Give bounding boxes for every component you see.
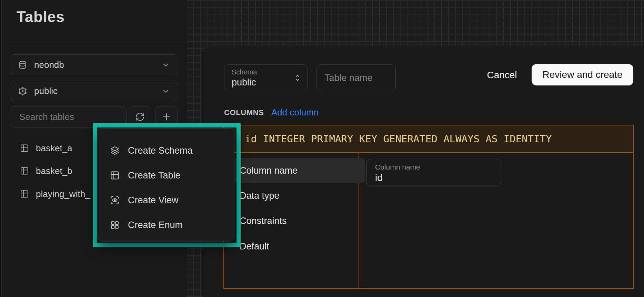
menu-item-create-view[interactable]: Create View <box>98 188 234 213</box>
view-icon <box>110 195 120 205</box>
app-window: Tables neondb <box>0 0 644 297</box>
menu-item-label: Create Enum <box>128 220 183 231</box>
table-icon <box>20 144 29 153</box>
table-icon <box>110 171 120 180</box>
layers-icon <box>110 146 120 155</box>
table-row-label: basket_a <box>36 143 72 154</box>
table-name-input[interactable] <box>316 64 396 91</box>
sidebar-divider <box>3 43 187 43</box>
tab-default[interactable]: Default <box>228 234 365 259</box>
review-and-create-button[interactable]: Review and create <box>532 64 633 85</box>
column-name-field: Column name <box>366 159 501 186</box>
tab-label: Constraints <box>240 216 287 226</box>
chevron-up-down-icon <box>293 73 302 84</box>
chevron-down-icon <box>161 60 170 69</box>
columns-heading: COLUMNS <box>224 108 264 117</box>
schema-icon <box>18 86 27 96</box>
refresh-icon <box>135 112 145 122</box>
database-icon <box>18 60 27 70</box>
column-name-field-label: Column name <box>375 163 420 171</box>
refresh-button[interactable] <box>129 106 151 127</box>
schema-select-field[interactable]: Schema public <box>224 64 308 91</box>
tab-column-name[interactable]: Column name <box>228 158 365 183</box>
tab-label: Default <box>240 241 269 252</box>
schema-select-sidebar[interactable]: public <box>10 81 178 101</box>
create-new-button[interactable] <box>155 106 178 127</box>
tab-constraints[interactable]: Constraints <box>228 208 365 233</box>
menu-item-create-schema[interactable]: Create Schema <box>98 138 234 163</box>
tab-label: Column name <box>240 165 298 176</box>
database-select[interactable]: neondb <box>10 54 178 75</box>
menu-item-label: Create Table <box>128 170 181 181</box>
menu-item-label: Create Schema <box>128 145 193 156</box>
column-editor: id INTEGER PRIMARY KEY GENERATED ALWAYS … <box>223 125 634 289</box>
table-icon <box>20 190 29 198</box>
table-row-label: playing_with_ <box>36 189 90 199</box>
schema-field-value: public <box>232 77 256 88</box>
add-column-link[interactable]: Add column <box>271 107 319 118</box>
menu-item-create-table[interactable]: Create Table <box>98 163 234 188</box>
window-left-edge <box>0 0 2 297</box>
tab-label: Data type <box>240 191 280 201</box>
column-name-input[interactable] <box>375 172 489 183</box>
chevron-down-icon <box>161 86 170 95</box>
enum-icon <box>110 220 120 230</box>
schema-select-value: public <box>34 86 58 96</box>
tab-data-type[interactable]: Data type <box>228 183 365 208</box>
schema-field-label: Schema <box>232 68 257 76</box>
database-select-value: neondb <box>34 60 64 70</box>
menu-item-create-enum[interactable]: Create Enum <box>98 213 234 237</box>
column-sql-text: id INTEGER PRIMARY KEY GENERATED ALWAYS … <box>245 133 552 145</box>
table-icon <box>20 166 29 175</box>
menu-item-label: Create View <box>128 195 179 206</box>
page-title: Tables <box>17 8 64 25</box>
cancel-button[interactable]: Cancel <box>481 65 523 85</box>
plus-icon <box>161 111 172 122</box>
create-menu: Create Schema Create Table Create View <box>98 128 234 242</box>
search-input[interactable] <box>10 106 127 127</box>
column-sql-row[interactable]: id INTEGER PRIMARY KEY GENERATED ALWAYS … <box>224 125 633 153</box>
table-row-label: basket_b <box>36 166 72 176</box>
